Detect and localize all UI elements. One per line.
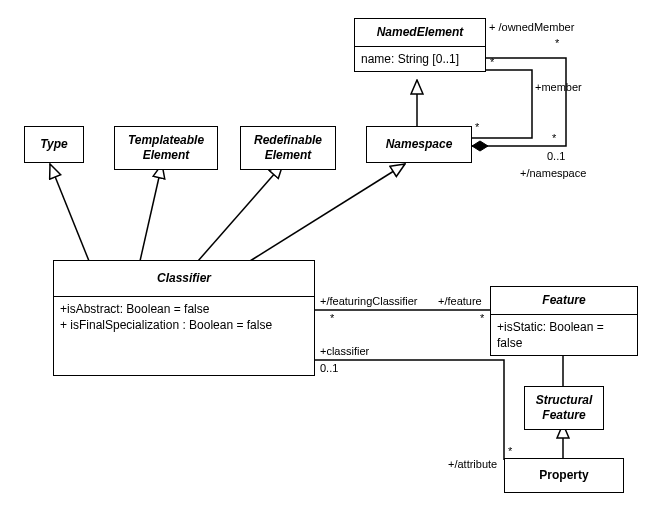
lbl-featuringClassifier-m: *: [330, 313, 334, 324]
lbl-feature: +/feature: [438, 296, 482, 307]
svg-line-2: [140, 164, 162, 261]
lbl-member-m: *: [490, 57, 494, 68]
class-feature: Feature +isStatic: Boolean = false: [490, 286, 638, 356]
lbl-attribute: +/attribute: [448, 459, 497, 470]
lbl-ownedMember: + /ownedMember: [489, 22, 574, 33]
lbl-member-m2: *: [475, 122, 479, 133]
lbl-member: +member: [535, 82, 582, 93]
classifier-attr-2: + isFinalSpecialization : Boolean = fals…: [60, 317, 308, 333]
class-templateable-element: Templateable Element: [114, 126, 218, 170]
named-element-title: NamedElement: [355, 19, 485, 46]
structural-title: Structural Feature: [525, 387, 603, 429]
named-element-attrs: name: String [0..1]: [355, 46, 485, 71]
lbl-namespace-end: +/namespace: [520, 168, 586, 179]
redefinable-title: Redefinable Element: [241, 127, 335, 169]
svg-line-4: [250, 164, 405, 261]
class-redefinable-element: Redefinable Element: [240, 126, 336, 170]
class-named-element: NamedElement name: String [0..1]: [354, 18, 486, 72]
feature-title: Feature: [491, 287, 637, 314]
svg-line-1: [50, 164, 89, 261]
lbl-attribute-m: *: [508, 446, 512, 457]
feature-attrs: +isStatic: Boolean = false: [491, 314, 637, 355]
lbl-namespace-end-m: 0..1: [547, 151, 565, 162]
lbl-classifier-m: 0..1: [320, 363, 338, 374]
class-structural-feature: Structural Feature: [524, 386, 604, 430]
class-property: Property: [504, 458, 624, 493]
templateable-title: Templateable Element: [115, 127, 217, 169]
classifier-title: Classifier: [54, 261, 314, 296]
classifier-attr-1: +isAbstract: Boolean = false: [60, 301, 308, 317]
lbl-feature-m: *: [480, 313, 484, 324]
namespace-title: Namespace: [367, 127, 471, 162]
svg-line-3: [198, 164, 283, 261]
lbl-classifier: +classifier: [320, 346, 369, 357]
class-namespace: Namespace: [366, 126, 472, 163]
classifier-attrs: +isAbstract: Boolean = false + isFinalSp…: [54, 296, 314, 375]
lbl-ownedMember-m: *: [555, 38, 559, 49]
type-title: Type: [25, 127, 83, 162]
class-classifier: Classifier +isAbstract: Boolean = false …: [53, 260, 315, 376]
lbl-ownedMember-m2: *: [552, 133, 556, 144]
class-type: Type: [24, 126, 84, 163]
property-title: Property: [505, 459, 623, 492]
lbl-featuringClassifier: +/featuringClassifier: [320, 296, 418, 307]
